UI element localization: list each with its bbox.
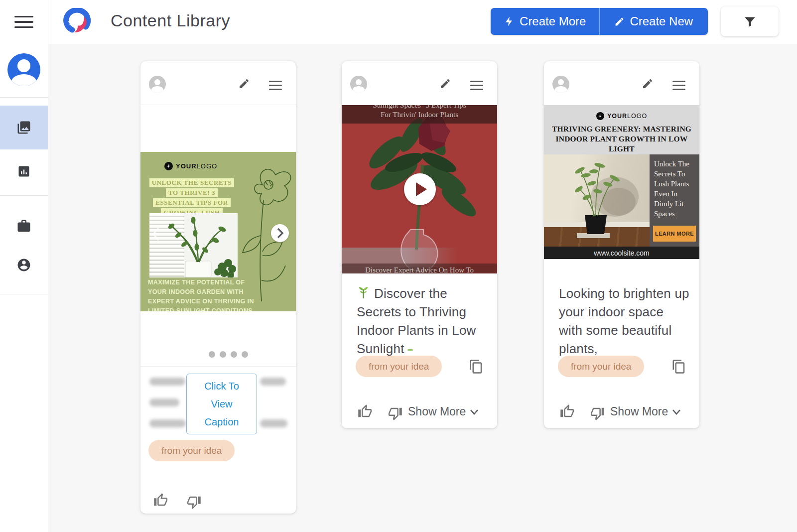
creative-body-text: MAXIMIZE THE POTENTIAL OF YOUR INDOOR GA… bbox=[148, 278, 254, 311]
carousel-next-button[interactable] bbox=[271, 224, 289, 242]
blurred-caption-line bbox=[149, 419, 186, 427]
lightning-bolt-icon bbox=[504, 16, 515, 27]
edit-pencil-icon[interactable] bbox=[642, 78, 654, 90]
brand-bolt-icon bbox=[596, 112, 604, 120]
herb-icon bbox=[357, 286, 370, 299]
show-more-button[interactable]: Show More bbox=[408, 405, 479, 418]
title-cursor-dash bbox=[407, 349, 413, 351]
post-avatar-icon bbox=[149, 76, 166, 93]
sidebar-item-content-library[interactable] bbox=[0, 106, 48, 149]
ad-creative-image: YOURLOGO THRIVING GREENERY: MASTERING IN… bbox=[544, 105, 699, 259]
post-avatar-icon bbox=[552, 76, 569, 93]
sidebar-profile-avatar[interactable] bbox=[0, 50, 48, 90]
card-header bbox=[140, 61, 296, 105]
post-avatar-icon bbox=[350, 76, 367, 93]
create-more-label: Create More bbox=[520, 14, 586, 28]
sidebar bbox=[0, 0, 48, 532]
copy-icon[interactable] bbox=[671, 359, 686, 374]
person-icon bbox=[16, 258, 31, 272]
header: Content Library Create More Create New bbox=[48, 0, 797, 44]
thumbs-down-icon[interactable] bbox=[186, 495, 201, 510]
card-menu-icon[interactable] bbox=[269, 78, 282, 93]
potted-plant-illustration bbox=[544, 154, 650, 247]
chevron-right-icon bbox=[276, 228, 284, 239]
blurred-caption-line bbox=[260, 378, 286, 386]
divider bbox=[140, 366, 296, 367]
card-menu-icon[interactable] bbox=[470, 78, 483, 93]
blurred-caption-line bbox=[260, 419, 287, 427]
briefcase-icon bbox=[16, 219, 31, 234]
create-new-button[interactable]: Create New bbox=[600, 8, 708, 35]
plant-photo bbox=[149, 213, 238, 277]
post-title: Looking to brighten up your indoor space… bbox=[559, 284, 689, 358]
chevron-down-icon bbox=[672, 409, 681, 415]
app-logo-icon bbox=[61, 8, 92, 36]
ad-header: YOURLOGO THRIVING GREENERY: MASTERING IN… bbox=[544, 105, 699, 154]
bar-chart-icon bbox=[17, 164, 31, 178]
content-card-video: Sunlight Spaces" 3 Expert Tips For Thriv… bbox=[342, 61, 497, 428]
create-new-label: Create New bbox=[630, 14, 693, 28]
learn-more-button[interactable]: LEARN MORE bbox=[653, 226, 696, 242]
thumbs-up-icon[interactable] bbox=[358, 404, 373, 419]
card-header bbox=[544, 61, 699, 105]
content-card-carousel: YOURLOGO UNLOCK THE SECRETS TO THRIVE! 3… bbox=[140, 61, 296, 514]
play-button[interactable] bbox=[404, 173, 436, 205]
carousel-slide-image: YOURLOGO UNLOCK THE SECRETS TO THRIVE! 3… bbox=[140, 152, 296, 311]
photo-library-icon bbox=[16, 120, 31, 135]
ad-photo bbox=[544, 154, 650, 247]
show-more-button[interactable]: Show More bbox=[610, 405, 681, 418]
video-top-caption: Sunlight Spaces" 3 Expert Tips For Thriv… bbox=[342, 105, 497, 124]
card-menu-icon[interactable] bbox=[672, 78, 685, 93]
source-tag-badge: from your idea bbox=[148, 440, 235, 461]
post-title: Discover the Secrets to Thriving Indoor … bbox=[357, 284, 487, 358]
filter-funnel-icon bbox=[743, 15, 757, 28]
ad-side-panel: Unlock The Secrets To Lush Plants Even I… bbox=[650, 154, 699, 247]
blurred-caption-line bbox=[149, 378, 185, 386]
source-tag-badge: from your idea bbox=[356, 356, 442, 377]
create-button-group: Create More Create New bbox=[491, 8, 708, 35]
content-card-image: YOURLOGO THRIVING GREENERY: MASTERING IN… bbox=[544, 61, 699, 428]
blurred-caption-line bbox=[149, 399, 179, 406]
pencil-icon bbox=[614, 16, 625, 27]
view-caption-button[interactable]: Click To View Caption bbox=[186, 374, 257, 434]
card-header bbox=[342, 61, 497, 105]
sidebar-item-analytics[interactable] bbox=[0, 149, 48, 193]
sidebar-item-account[interactable] bbox=[0, 243, 48, 287]
ad-website-bar: www.coolsite.com bbox=[544, 247, 699, 259]
edit-pencil-icon[interactable] bbox=[439, 78, 451, 90]
carousel-dots[interactable] bbox=[209, 351, 248, 358]
sidebar-item-business[interactable] bbox=[0, 204, 48, 248]
source-tag-badge: from your idea bbox=[558, 356, 644, 377]
brand-bolt-icon bbox=[164, 162, 173, 170]
plant-illustration bbox=[149, 213, 238, 277]
page-title: Content Library bbox=[111, 11, 230, 30]
thumbs-up-icon[interactable] bbox=[153, 493, 168, 508]
thumbs-up-icon[interactable] bbox=[560, 404, 575, 419]
carousel-prev-icon[interactable] bbox=[151, 227, 160, 242]
video-bottom-caption: Discover Expert Advice On How To bbox=[342, 264, 497, 273]
sidebar-hamburger-menu[interactable] bbox=[0, 2, 48, 42]
create-more-button[interactable]: Create More bbox=[491, 8, 599, 35]
filter-button[interactable] bbox=[721, 6, 779, 36]
ad-headline: THRIVING GREENERY: MASTERING INDOOR PLAN… bbox=[544, 124, 699, 154]
play-icon bbox=[416, 182, 427, 196]
creative-brand: YOURLOGO bbox=[164, 162, 217, 170]
video-thumbnail: Sunlight Spaces" 3 Expert Tips For Thriv… bbox=[342, 105, 497, 273]
creative-brand: YOURLOGO bbox=[544, 105, 699, 120]
edit-pencil-icon[interactable] bbox=[238, 78, 250, 90]
thumbs-down-icon[interactable] bbox=[590, 406, 605, 421]
user-avatar-icon bbox=[7, 53, 40, 86]
chevron-down-icon bbox=[470, 409, 479, 415]
copy-icon[interactable] bbox=[469, 359, 484, 374]
thumbs-down-icon[interactable] bbox=[388, 406, 402, 421]
